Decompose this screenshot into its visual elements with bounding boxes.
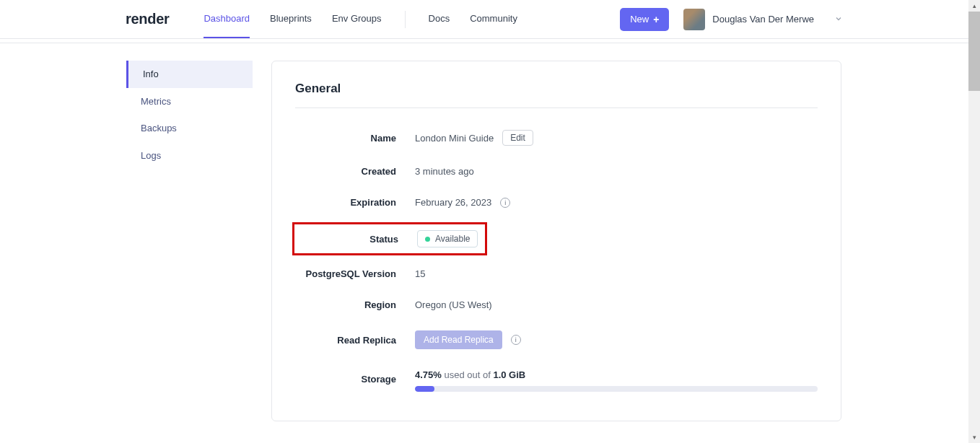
- field-readreplica: Read Replica Add Read Replica i: [295, 330, 818, 349]
- status-label: Status: [297, 234, 398, 245]
- expiration-label: Expiration: [295, 197, 396, 208]
- plus-icon: +: [653, 14, 659, 25]
- created-value: 3 minutes ago: [415, 166, 474, 177]
- status-highlight-box: Status Available: [292, 222, 487, 255]
- panel-title: General: [295, 82, 818, 108]
- nav-envgroups[interactable]: Env Groups: [332, 0, 382, 38]
- pgversion-value: 15: [415, 268, 425, 279]
- sidebar-item-backups[interactable]: Backups: [126, 115, 253, 142]
- username: Douglas Van Der Merwe: [712, 14, 814, 25]
- nav-dashboard[interactable]: Dashboard: [204, 0, 250, 38]
- general-panel: General Name London Mini Guide Edit Crea…: [271, 61, 841, 421]
- expiration-value: February 26, 2023: [415, 197, 491, 208]
- field-region: Region Oregon (US West): [295, 299, 818, 310]
- pgversion-label: PostgreSQL Version: [295, 268, 396, 279]
- field-name: Name London Mini Guide Edit: [295, 130, 818, 146]
- new-button-label: New: [630, 14, 649, 25]
- nav-blueprints[interactable]: Blueprints: [270, 0, 312, 38]
- sidebar-item-info[interactable]: Info: [126, 61, 253, 88]
- scrollbar[interactable]: ▴ ▾: [968, 0, 980, 443]
- main-content: Info Metrics Backups Logs General Name L…: [0, 43, 968, 439]
- info-icon[interactable]: i: [500, 198, 510, 208]
- storage-progress-bar: [415, 386, 818, 392]
- main-nav: Dashboard Blueprints Env Groups Docs Com…: [204, 0, 620, 38]
- chevron-down-icon: [834, 14, 843, 25]
- status-value: Available: [435, 234, 470, 244]
- region-value: Oregon (US West): [415, 299, 492, 310]
- info-icon[interactable]: i: [511, 335, 521, 345]
- storage-progress-fill: [415, 386, 434, 392]
- edit-name-button[interactable]: Edit: [502, 130, 533, 146]
- scroll-up-arrow-icon[interactable]: ▴: [968, 0, 980, 12]
- status-dot-icon: [425, 237, 430, 242]
- sidebar: Info Metrics Backups Logs: [126, 61, 253, 421]
- region-label: Region: [295, 299, 396, 310]
- name-value: London Mini Guide: [415, 133, 494, 144]
- new-button[interactable]: New +: [620, 8, 669, 31]
- storage-percent: 4.75%: [415, 369, 442, 380]
- created-label: Created: [295, 166, 396, 177]
- field-created: Created 3 minutes ago: [295, 166, 818, 177]
- storage-used-text: used out of: [442, 369, 494, 380]
- header-right: New + Douglas Van Der Merwe: [620, 8, 843, 31]
- field-storage: Storage 4.75% used out of 1.0 GiB: [295, 369, 818, 392]
- status-badge: Available: [417, 230, 478, 247]
- name-label: Name: [295, 133, 396, 144]
- add-read-replica-button[interactable]: Add Read Replica: [415, 330, 502, 349]
- nav-divider: [405, 11, 406, 28]
- storage-label: Storage: [295, 374, 396, 385]
- nav-community[interactable]: Community: [470, 0, 517, 38]
- nav-docs[interactable]: Docs: [429, 0, 450, 38]
- user-menu[interactable]: Douglas Van Der Merwe: [683, 9, 843, 30]
- avatar: [683, 9, 705, 30]
- readreplica-label: Read Replica: [295, 335, 396, 346]
- storage-total: 1.0 GiB: [493, 369, 525, 380]
- scroll-down-arrow-icon[interactable]: ▾: [968, 431, 980, 443]
- field-status: Status Available: [297, 230, 478, 247]
- scrollbar-thumb[interactable]: [968, 12, 980, 91]
- top-header: render Dashboard Blueprints Env Groups D…: [0, 0, 968, 39]
- logo: render: [126, 11, 169, 27]
- field-expiration: Expiration February 26, 2023 i: [295, 197, 818, 208]
- sidebar-item-metrics[interactable]: Metrics: [126, 88, 253, 115]
- field-pgversion: PostgreSQL Version 15: [295, 268, 818, 279]
- storage-text: 4.75% used out of 1.0 GiB: [415, 369, 818, 380]
- sidebar-item-logs[interactable]: Logs: [126, 142, 253, 170]
